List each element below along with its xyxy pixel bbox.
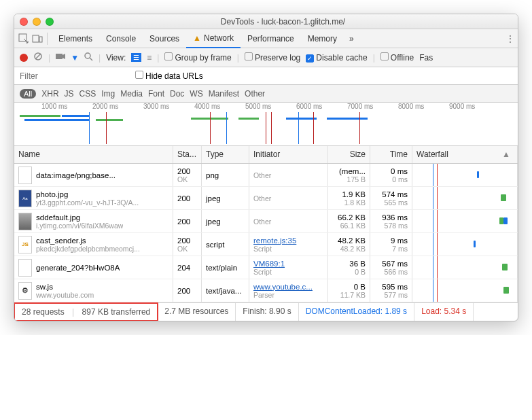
filter-js[interactable]: JS <box>65 89 74 99</box>
large-rows-icon[interactable]: ☰ <box>131 53 141 62</box>
timeline-overview[interactable]: 1000 ms 2000 ms 3000 ms 4000 ms 5000 ms … <box>14 103 518 146</box>
request-name: sw.js <box>36 283 94 291</box>
table-row[interactable]: sddefault.jpgi.ytimg.com/vi/6lfaiXM6waw … <box>14 210 518 233</box>
filter-img[interactable]: Img <box>101 89 115 99</box>
col-size[interactable]: Size <box>328 146 370 163</box>
filter-icon[interactable]: ▼ <box>71 53 79 63</box>
file-thumb-icon <box>18 167 32 184</box>
filter-doc[interactable]: Doc <box>170 89 184 99</box>
request-size: 36 B0 B <box>328 256 370 279</box>
table-row[interactable]: JScast_sender.jspkedcjkdefgpdelpbcmbmeom… <box>14 233 518 256</box>
file-thumb-icon: JS <box>18 236 32 253</box>
col-time[interactable]: Time <box>370 146 412 163</box>
table-row[interactable]: generate_204?bHwO8A 204 text/plain VM689… <box>14 256 518 279</box>
request-waterfall <box>412 187 518 209</box>
record-button[interactable] <box>20 54 28 62</box>
type-filter-bar: All XHR JS CSS Img Media Font Doc WS Man… <box>14 85 518 103</box>
request-initiator: www.youtube.c...Parser <box>249 279 328 302</box>
request-waterfall <box>412 279 518 302</box>
table-row[interactable]: ⚙sw.jswww.youtube.com 200 text/java... w… <box>14 279 518 302</box>
resources-size: 2.7 MB resources <box>158 303 236 321</box>
request-domain: pkedcjkdefgpdelpbcmbmeomcj... <box>36 245 140 253</box>
filter-css[interactable]: CSS <box>79 89 96 99</box>
file-thumb-icon <box>18 259 32 277</box>
col-status[interactable]: Sta... <box>173 146 202 163</box>
more-tabs-button[interactable]: » <box>349 34 354 43</box>
finish-time: Finish: 8.90 s <box>236 303 298 321</box>
camera-icon[interactable] <box>56 52 65 63</box>
tab-console[interactable]: Console <box>99 29 143 48</box>
request-time: 9 ms7 ms <box>370 233 412 256</box>
svg-line-7 <box>90 58 92 60</box>
settings-menu-button[interactable]: ⋮ <box>506 34 514 43</box>
request-domain: i.ytimg.com/vi/6lfaiXM6waw <box>36 222 123 230</box>
window-controls <box>20 18 54 26</box>
tab-memory[interactable]: Memory <box>301 29 344 48</box>
file-thumb-icon: ⚙ <box>18 282 32 300</box>
filter-other[interactable]: Other <box>245 89 265 99</box>
request-type: text/plain <box>202 256 249 279</box>
col-name[interactable]: Name <box>14 146 173 163</box>
request-name: generate_204?bHwO8A <box>36 264 120 272</box>
request-name: cast_sender.js <box>36 237 140 245</box>
throttle-select[interactable]: Fas <box>419 53 433 63</box>
waterfall-view-icon[interactable]: ≡ <box>147 53 152 63</box>
tab-sources[interactable]: Sources <box>143 29 186 48</box>
col-initiator[interactable]: Initiator <box>249 146 328 163</box>
search-icon[interactable] <box>84 52 93 63</box>
file-thumb-icon: Aa <box>18 190 32 207</box>
filter-xhr[interactable]: XHR <box>41 89 58 99</box>
request-status: 200 <box>173 279 202 302</box>
load-time: Load: 5.34 s <box>414 303 474 321</box>
request-size: 0 B11.7 KB <box>328 279 370 302</box>
tab-network[interactable]: ▲Network <box>186 29 241 48</box>
clear-icon[interactable] <box>33 52 43 63</box>
col-waterfall[interactable]: Waterfall ▲ <box>412 146 518 163</box>
filter-ws[interactable]: WS <box>190 89 202 99</box>
request-time: 936 ms578 ms <box>370 210 412 232</box>
table-header: Name Sta... Type Initiator Size Time Wat… <box>14 146 518 164</box>
window-title: DevTools - luck-bacon-1.glitch.me/ <box>54 17 512 27</box>
request-name: sddefault.jpg <box>36 213 123 222</box>
hide-data-urls-checkbox[interactable]: Hide data URLs <box>135 71 203 81</box>
request-initiator: Other <box>249 187 328 209</box>
filter-all[interactable]: All <box>20 89 36 99</box>
request-size: 66.2 KB66.1 KB <box>328 210 370 232</box>
table-row[interactable]: data:image/png;base... 200OK png Other (… <box>14 164 518 187</box>
group-by-frame-checkbox[interactable]: Group by frame <box>164 52 231 63</box>
request-time: 567 ms566 ms <box>370 256 412 279</box>
offline-checkbox[interactable]: Offline <box>380 52 414 63</box>
inspect-element-icon[interactable] <box>18 33 29 44</box>
table-row[interactable]: Aaphoto.jpgyt3.ggpht.com/-vu_v-hJT-3Q/A.… <box>14 187 518 210</box>
main-tabs-bar: Elements Console Sources ▲Network Perfor… <box>14 29 518 48</box>
col-type[interactable]: Type <box>202 146 249 163</box>
svg-point-6 <box>85 53 90 58</box>
preserve-log-checkbox[interactable]: Preserve log <box>245 52 300 63</box>
close-window-button[interactable] <box>20 18 28 26</box>
transferred-size: 897 KB transferred <box>82 307 151 317</box>
toggle-device-icon[interactable] <box>32 33 43 44</box>
filter-font[interactable]: Font <box>148 89 164 99</box>
request-initiator: VM689:1Script <box>249 256 328 279</box>
request-name: data:image/png;base... <box>36 171 116 179</box>
filter-media[interactable]: Media <box>120 89 143 99</box>
request-type: jpeg <box>202 210 249 232</box>
request-initiator: remote.js:35Script <box>249 233 328 256</box>
filter-input[interactable] <box>20 71 128 81</box>
request-size: (mem...175 B <box>328 164 370 186</box>
network-toolbar: | ▼ | View: ☰ ≡ | Group by frame | Prese… <box>14 48 518 67</box>
request-domain: www.youtube.com <box>36 291 94 299</box>
request-status: 204 <box>173 256 202 279</box>
request-type: text/java... <box>202 279 249 302</box>
view-label: View: <box>106 53 126 63</box>
filter-manifest[interactable]: Manifest <box>209 89 239 99</box>
request-status: 200OK <box>173 164 202 186</box>
sort-arrow-icon: ▲ <box>502 150 510 159</box>
file-thumb-icon <box>18 213 32 230</box>
tab-performance[interactable]: Performance <box>241 29 301 48</box>
zoom-window-button[interactable] <box>46 18 54 26</box>
minimize-window-button[interactable] <box>33 18 41 26</box>
tab-elements[interactable]: Elements <box>52 29 99 48</box>
disable-cache-checkbox[interactable]: ✓Disable cache <box>306 53 367 63</box>
request-domain: yt3.ggpht.com/-vu_v-hJT-3Q/A... <box>36 198 139 207</box>
